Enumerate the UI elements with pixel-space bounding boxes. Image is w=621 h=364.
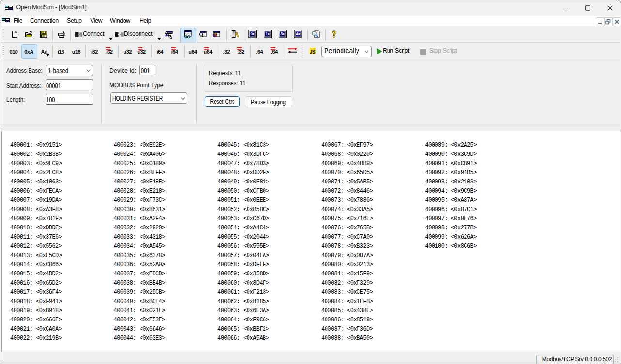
svg-text:4x: 4x xyxy=(296,31,300,36)
svg-text:0x: 0x xyxy=(251,31,255,36)
svg-text:?: ? xyxy=(332,30,337,39)
svg-text:1x: 1x xyxy=(266,31,270,36)
svg-text:JS: JS xyxy=(217,33,219,35)
svg-text:3x: 3x xyxy=(281,31,285,36)
